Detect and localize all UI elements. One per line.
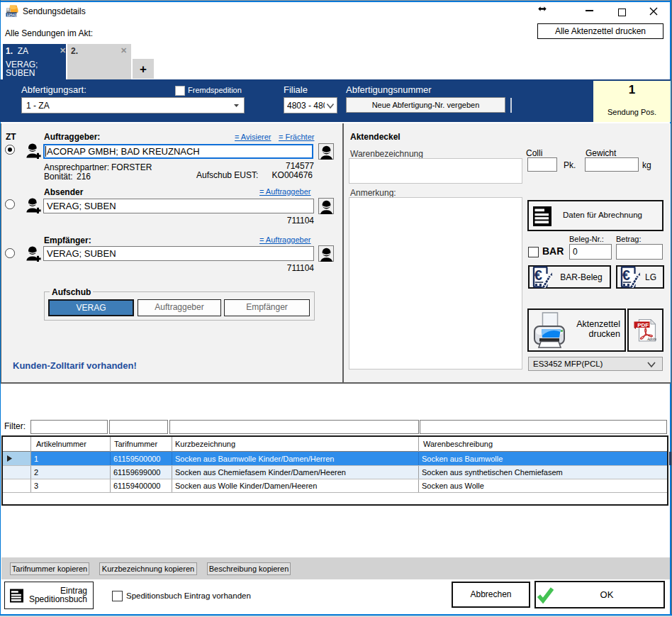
svg-text:€: € (622, 267, 630, 283)
svg-text:Adobe: Adobe (646, 337, 656, 341)
svg-text:€: € (534, 267, 542, 283)
svg-text:PDF: PDF (637, 322, 649, 328)
svg-text:12543: 12543 (6, 13, 17, 17)
